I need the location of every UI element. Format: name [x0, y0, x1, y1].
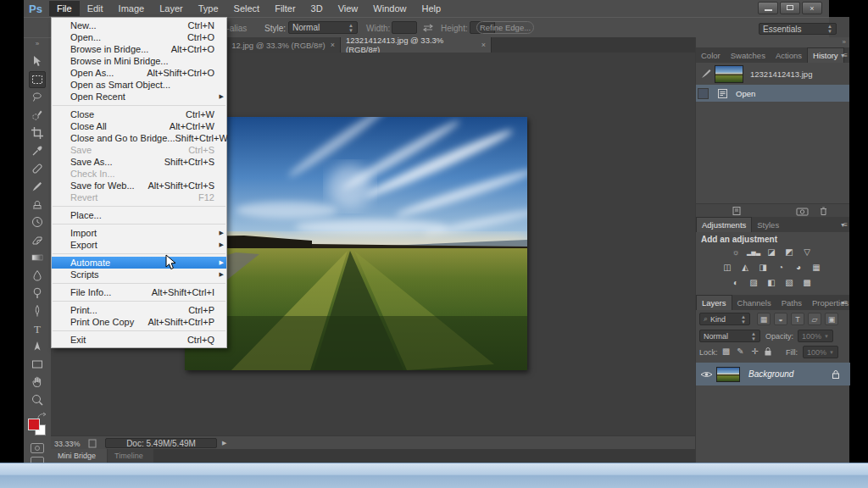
tool-crop[interactable] — [29, 125, 46, 141]
menu-item-open-recent[interactable]: Open Recent▶ — [52, 91, 226, 103]
minimize-button[interactable] — [758, 2, 778, 14]
menu-file[interactable]: File — [49, 1, 80, 16]
tab-timeline[interactable]: Timeline — [108, 449, 153, 463]
snapshot-camera-icon[interactable] — [796, 206, 809, 216]
menu-layer[interactable]: Layer — [152, 1, 191, 16]
tab-layers[interactable]: Layers — [696, 295, 732, 310]
tool-eyedropper[interactable] — [29, 142, 46, 159]
document-tab-active[interactable]: 12321412413.jpg @ 33.3% (RGB/8#) × — [341, 37, 492, 53]
history-state-well[interactable] — [698, 88, 709, 99]
tool-quick-selection[interactable] — [29, 107, 46, 124]
workspace-select[interactable]: Essentials ▲▼ — [759, 23, 837, 35]
menu-item-save-for-web[interactable]: Save for Web...Alt+Shift+Ctrl+S — [52, 180, 226, 191]
lock-paint-icon[interactable]: ✎ — [734, 347, 747, 356]
gradient-map-icon[interactable]: ▩ — [799, 277, 815, 289]
tool-spot-healing[interactable] — [29, 160, 46, 177]
tool-move[interactable] — [29, 53, 46, 70]
panel-menu-icon[interactable]: ▾≡ — [841, 52, 847, 59]
menu-item-save-as[interactable]: Save As...Shift+Ctrl+S — [52, 156, 226, 168]
levels-icon[interactable]: ▂▅▃ — [746, 247, 761, 258]
layer-filter-kind-select[interactable]: ⌕ Kind ▲▼ — [699, 313, 750, 325]
menu-view[interactable]: View — [331, 1, 366, 16]
tab-adjustments[interactable]: Adjustments — [696, 217, 752, 232]
zoom-level[interactable]: 33.33% — [54, 440, 81, 448]
posterize-icon[interactable]: ▨ — [746, 277, 761, 289]
tab-history[interactable]: History — [807, 47, 844, 63]
close-tab-icon[interactable]: × — [331, 41, 335, 49]
menu-item-exit[interactable]: ExitCtrl+Q — [52, 334, 226, 346]
menu-window[interactable]: Window — [365, 1, 414, 16]
style-select[interactable]: Normal ▲▼ — [288, 21, 358, 34]
color-lookup-icon[interactable]: ▦ — [809, 262, 824, 274]
menu-item-scripts[interactable]: Scripts▶ — [52, 269, 226, 280]
collapse-panel-icon[interactable]: » — [24, 38, 51, 47]
menu-item-open-as-smart-object[interactable]: Open as Smart Object... — [52, 79, 226, 91]
filter-pixel-layers-icon[interactable]: ▦ — [757, 313, 771, 325]
tool-rectangular-marquee[interactable] — [29, 71, 46, 88]
menu-help[interactable]: Help — [414, 1, 448, 16]
blend-mode-select[interactable]: Normal ▲▼ — [699, 330, 760, 342]
history-state-open[interactable]: Open — [696, 85, 849, 102]
tool-eraser[interactable] — [29, 231, 46, 248]
history-snapshot-row[interactable]: 12321412413.jpg — [696, 63, 849, 85]
tab-mini-bridge[interactable]: Mini Bridge — [51, 449, 107, 463]
menu-item-import[interactable]: Import▶ — [52, 227, 226, 239]
opacity-field[interactable]: 100% ▼ — [798, 330, 833, 342]
menu-item-new[interactable]: New...Ctrl+N — [52, 19, 226, 31]
delete-icon[interactable] — [819, 206, 828, 216]
fill-field[interactable]: 100% ▼ — [803, 346, 838, 358]
threshold-icon[interactable]: ◧ — [764, 277, 779, 289]
tool-zoom[interactable] — [29, 391, 46, 408]
lock-all-icon[interactable] — [764, 347, 772, 357]
menu-item-browse-in-bridge[interactable]: Browse in Bridge...Alt+Ctrl+O — [52, 43, 226, 55]
menu-item-place[interactable]: Place... — [52, 209, 226, 221]
menu-item-open[interactable]: Open...Ctrl+O — [52, 31, 226, 43]
menu-image[interactable]: Image — [111, 1, 153, 16]
doc-size-field[interactable]: Doc: 5.49M/5.49M — [105, 438, 217, 448]
tool-rectangle-shape[interactable] — [29, 356, 46, 373]
menu-item-close-and-go-to-bridge[interactable]: Close and Go to Bridge...Shift+Ctrl+W — [52, 132, 226, 144]
document-image[interactable] — [185, 117, 527, 370]
tool-clone-stamp[interactable] — [29, 196, 46, 213]
menu-select[interactable]: Select — [226, 1, 268, 16]
hue-saturation-icon[interactable]: ◫ — [720, 262, 735, 274]
layer-visibility-eye-icon[interactable] — [700, 370, 713, 379]
restore-button[interactable] — [780, 2, 800, 14]
curves-icon[interactable]: ◪ — [764, 247, 779, 258]
tab-color[interactable]: Color — [696, 47, 726, 63]
black-white-icon[interactable]: ◨ — [755, 262, 771, 274]
tool-pen[interactable] — [29, 302, 46, 319]
panel-menu-icon[interactable]: ▾≡ — [841, 221, 847, 229]
refine-edge-button[interactable]: Refine Edge... — [476, 21, 534, 34]
close-tab-icon[interactable]: × — [481, 41, 486, 49]
menu-item-file-info[interactable]: File Info...Alt+Shift+Ctrl+I — [52, 286, 226, 298]
tab-actions[interactable]: Actions — [771, 47, 807, 63]
history-brush-well-icon[interactable] — [700, 68, 712, 80]
menu-item-close[interactable]: CloseCtrl+W — [52, 108, 226, 120]
invert-icon[interactable]: ◐ — [728, 277, 743, 289]
menu-item-export[interactable]: Export▶ — [52, 239, 226, 251]
filter-smart-objects-icon[interactable]: ▣ — [825, 313, 838, 325]
tool-brush[interactable] — [29, 178, 46, 195]
menu-item-automate[interactable]: Automate▶ — [52, 257, 226, 269]
swap-dimensions-icon[interactable] — [422, 24, 434, 32]
menu-3d[interactable]: 3D — [303, 1, 331, 16]
tool-blur[interactable] — [29, 267, 46, 284]
color-balance-icon[interactable]: ◭ — [737, 262, 753, 274]
vibrance-icon[interactable]: ▽ — [799, 247, 815, 258]
tool-lasso[interactable] — [29, 89, 46, 106]
new-document-from-state-icon[interactable] — [732, 206, 743, 216]
photo-filter-icon[interactable]: ◔ — [773, 262, 788, 274]
lock-position-icon[interactable]: ✛ — [748, 347, 761, 356]
menu-edit[interactable]: Edit — [80, 1, 111, 16]
tab-channels[interactable]: Channels — [732, 295, 776, 310]
selective-color-icon[interactable]: ▧ — [782, 277, 797, 289]
tool-hand[interactable] — [29, 374, 46, 391]
foreground-color-swatch[interactable] — [28, 419, 40, 430]
brightness-contrast-icon[interactable]: ☼ — [728, 247, 743, 258]
tool-history-brush[interactable] — [29, 214, 46, 230]
tab-styles[interactable]: Styles — [752, 217, 784, 232]
menu-item-browse-in-mini-bridge[interactable]: Browse in Mini Bridge... — [52, 55, 226, 67]
close-button[interactable]: × — [802, 2, 822, 14]
width-input[interactable] — [392, 21, 417, 34]
